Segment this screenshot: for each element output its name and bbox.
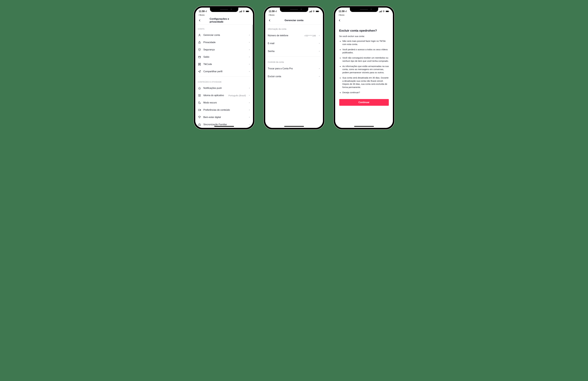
row-label: Modo escuro [203,101,246,104]
row-label: Notificações push [203,87,246,89]
chevron-left-icon [198,19,201,22]
row-tikcode[interactable]: TikCode [195,60,253,68]
svg-point-7 [199,34,200,35]
breadcrumb-back-icon [198,14,199,16]
row-saldo[interactable]: Saldo [195,53,253,60]
row-compartilhar-perfil[interactable]: Compartilhar perfil [195,68,253,75]
svg-rect-25 [379,12,379,12]
wifi-icon [313,10,315,12]
home-indicator[interactable] [354,126,374,127]
svg-rect-27 [380,11,381,12]
delete-bullet: Você perderá o acesso a todos os seus ví… [340,48,389,54]
svg-rect-28 [381,10,382,12]
location-icon [205,10,207,12]
row-label: Preferências de conteúdo [203,109,246,111]
row-seguranca[interactable]: Segurança [195,46,253,53]
wifi-icon [242,10,245,12]
breadcrumb-label: Busca [200,14,205,16]
row-sincronizacao-familiar[interactable]: Sincronização Familiar [195,121,253,128]
notch [280,8,308,12]
row-label: Senha [268,50,316,53]
row-preferencias-conteudo[interactable]: Preferências de conteúdo [195,106,253,114]
row-modo-escuro[interactable]: Modo escuro [195,99,253,106]
location-icon [345,10,347,12]
home-indicator[interactable] [284,126,304,127]
row-excluir-conta[interactable]: Excluir conta [265,73,323,80]
row-senha[interactable]: Senha [265,47,323,55]
content-scroll[interactable]: CONTA Gerenciar conta Privacidade [195,25,253,128]
svg-point-17 [199,124,200,125]
wifi-icon [382,10,385,12]
svg-rect-30 [386,11,389,12]
chevron-right-icon [248,49,250,51]
back-button[interactable] [268,18,272,22]
svg-rect-10 [198,63,199,64]
page-title: Configurações e privacidade [210,18,239,23]
language-icon [198,94,201,97]
battery-icon [386,10,389,12]
delete-bullet: Sua conta será desativada em 30 dias. Du… [340,76,389,89]
row-bemestar[interactable]: Bem-estar digital [195,114,253,121]
chevron-right-icon [318,76,320,78]
svg-rect-12 [198,64,199,65]
status-time: 11:59 [339,10,345,13]
row-notificacoes[interactable]: Notificações push [195,84,253,92]
divider [268,56,320,57]
row-label: Sincronização Familiar [203,123,246,126]
svg-rect-5 [246,11,249,12]
status-time: 11:59 [199,10,205,13]
notch [210,8,238,12]
chevron-right-icon [248,123,250,125]
chevron-right-icon [318,35,320,37]
phone-device-3: 11:59 Busca Excluir conta opedrohen? Se … [334,6,395,130]
breadcrumb-back-icon [338,14,339,16]
back-button[interactable] [337,18,342,22]
section-header-conta: CONTA [195,25,253,31]
chevron-right-icon [248,63,250,65]
home-indicator[interactable] [214,126,234,127]
chevron-left-icon [268,19,271,22]
svg-rect-6 [249,11,250,12]
row-trocar-pro[interactable]: Trocar para a Conta Pro [265,65,323,73]
scrollbar[interactable] [252,25,252,70]
row-gerenciar-conta[interactable]: Gerenciar conta [195,31,253,39]
breadcrumb[interactable]: Busca [335,14,393,17]
chevron-right-icon [248,70,250,73]
umbrella-icon [198,116,201,119]
svg-rect-9 [198,56,201,58]
delete-bullet-list: Não será mais possível fazer login no Ti… [339,40,389,94]
page-title: Gerenciar conta [285,19,303,22]
svg-rect-0 [239,12,240,12]
back-button[interactable] [198,18,202,22]
row-privacidade[interactable]: Privacidade [195,39,253,46]
row-telefone[interactable]: Número de telefone +55*****186 [265,32,323,40]
content: Excluir conta opedrohen? Se você excluir… [335,24,393,128]
delete-subtitle: Se você excluir sua conta: [339,35,389,38]
signal-icon [379,10,382,12]
delete-bullet: Você não conseguirá receber um reembolso… [340,56,389,63]
svg-rect-31 [389,11,389,12]
nav-header: Configurações e privacidade [195,17,253,25]
delete-bullet: As informações que estão armazenadas na … [340,65,389,74]
delete-title: Excluir conta opedrohen? [339,29,389,32]
breadcrumb-label: Busca [270,14,274,16]
battery-icon [316,10,319,12]
chevron-right-icon [318,42,320,44]
svg-rect-13 [200,64,200,65]
divider [198,76,250,77]
row-label: TikCode [203,63,246,65]
battery-icon [246,10,250,12]
breadcrumb[interactable]: Busca [195,14,253,17]
chevron-right-icon [248,94,250,96]
row-email[interactable]: E-mail [265,40,323,47]
lock-icon [198,41,201,44]
share-icon [198,70,201,73]
section-header-conteudo: CONTEÚDO E ATIVIDADE [195,78,253,84]
row-idioma[interactable]: Idioma do aplicativo Português (Brasil) [195,92,253,99]
continue-button[interactable]: Continuar [339,99,389,106]
row-label: Saldo [203,56,246,58]
breadcrumb[interactable]: Busca [265,14,323,17]
row-label: Segurança [203,48,246,51]
chevron-right-icon [248,102,250,104]
svg-rect-3 [241,10,242,12]
